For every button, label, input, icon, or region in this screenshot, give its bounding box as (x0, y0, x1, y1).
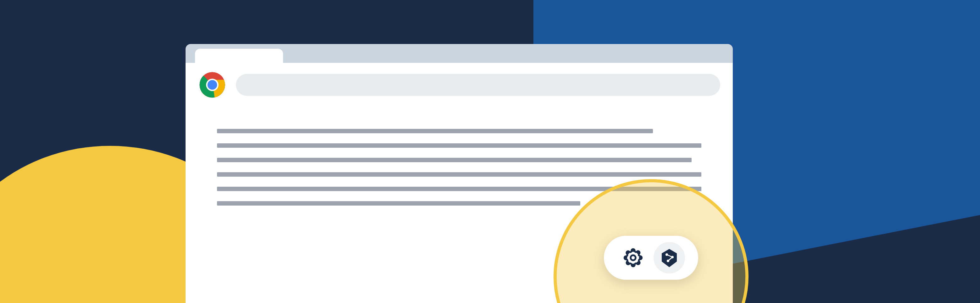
floating-toolbar (604, 236, 698, 280)
chrome-logo-icon (198, 71, 226, 99)
svg-point-5 (208, 80, 217, 90)
browser-window (186, 44, 733, 303)
browser-toolbar (186, 63, 733, 107)
tab-bar (186, 44, 733, 63)
svg-point-6 (631, 255, 636, 260)
text-placeholder-line-highlighted (217, 158, 702, 162)
text-placeholder-line (217, 143, 702, 148)
settings-button[interactable] (617, 242, 649, 273)
browser-tab[interactable] (195, 49, 283, 63)
text-placeholder-line (217, 129, 653, 133)
text-placeholder-line (217, 201, 580, 206)
hexagon-share-icon (659, 247, 679, 268)
address-bar[interactable] (236, 74, 720, 96)
text-placeholder-line-highlighted (217, 172, 702, 177)
share-button[interactable] (654, 242, 685, 273)
gear-icon (624, 248, 643, 267)
